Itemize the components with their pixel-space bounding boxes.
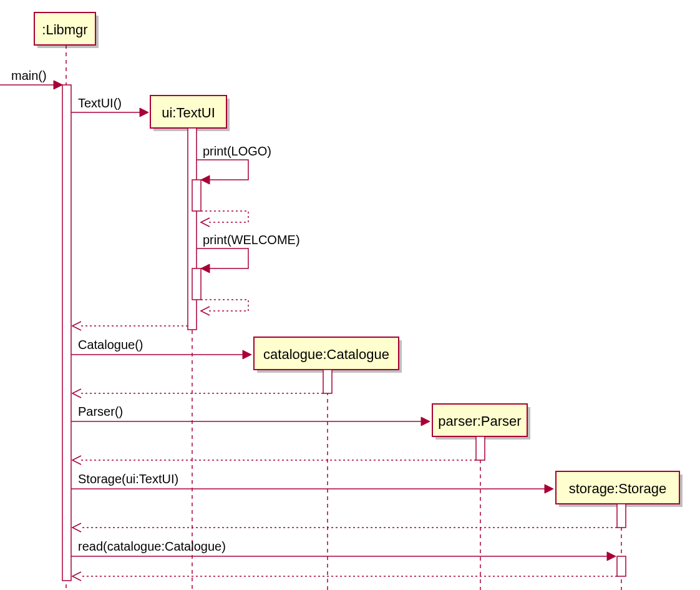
msg-main-label: main() — [11, 69, 47, 82]
participant-textui-label: ui:TextUI — [162, 105, 215, 120]
msg-print-logo — [197, 160, 248, 180]
msg-print-welcome — [197, 248, 248, 268]
participant-parser-label: parser:Parser — [438, 413, 521, 429]
return-print-logo — [201, 211, 248, 222]
svg-marker-15 — [545, 484, 553, 493]
msg-read-label: read(catalogue:Catalogue) — [78, 539, 226, 553]
activation-print-logo — [192, 180, 201, 211]
participant-storage: storage:Storage — [556, 471, 683, 507]
svg-marker-18 — [607, 552, 616, 561]
sequence-diagram: :Libmgr main() TextUI() ui:TextUI print(… — [0, 0, 700, 590]
msg-parser-label: Parser() — [78, 405, 123, 418]
svg-marker-9 — [243, 350, 251, 359]
msg-textui-label: TextUI() — [78, 96, 122, 110]
participant-catalogue: catalogue:Catalogue — [254, 337, 402, 373]
svg-marker-3 — [54, 81, 62, 89]
participant-textui: ui:TextUI — [150, 96, 230, 131]
participant-storage-label: storage:Storage — [569, 481, 667, 496]
svg-marker-8 — [201, 264, 210, 273]
activation-libmgr — [62, 85, 71, 581]
msg-catalogue-label: Catalogue() — [78, 338, 143, 352]
msg-print-welcome-label: print(WELCOME) — [203, 233, 300, 247]
msg-storage-label: Storage(ui:TextUI) — [78, 472, 178, 486]
svg-marker-12 — [421, 417, 430, 426]
participant-libmgr-label: :Libmgr — [42, 22, 87, 37]
svg-marker-7 — [201, 175, 210, 184]
activation-storage-ctor — [617, 504, 626, 528]
participant-catalogue-label: catalogue:Catalogue — [263, 347, 389, 362]
participant-libmgr: :Libmgr — [34, 12, 99, 48]
return-print-welcome — [201, 300, 248, 311]
msg-print-logo-label: print(LOGO) — [203, 144, 271, 158]
activation-print-welcome — [192, 268, 201, 300]
activation-parser — [476, 436, 485, 460]
activation-catalogue — [323, 370, 332, 393]
activation-storage-read — [617, 556, 626, 576]
participant-parser: parser:Parser — [432, 404, 530, 440]
svg-marker-4 — [140, 108, 148, 117]
